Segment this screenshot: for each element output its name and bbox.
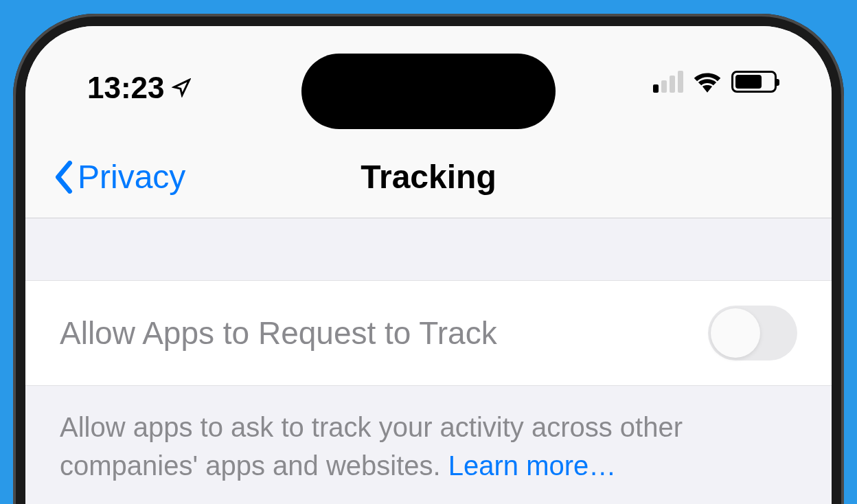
- dynamic-island: [301, 54, 556, 129]
- status-left: 13:23: [87, 71, 191, 105]
- chevron-left-icon: [53, 161, 75, 194]
- allow-tracking-toggle[interactable]: [708, 306, 797, 360]
- cellular-signal-icon: [653, 71, 683, 93]
- toggle-knob: [711, 308, 760, 358]
- allow-tracking-row: Allow Apps to Request to Track: [25, 280, 832, 386]
- footer-description: Allow apps to ask to track your activity…: [25, 386, 832, 504]
- status-right: [653, 71, 777, 93]
- nav-bar: Privacy Tracking: [25, 136, 832, 218]
- location-icon: [172, 78, 191, 98]
- page-title: Tracking: [361, 158, 496, 196]
- status-time: 13:23: [87, 71, 165, 105]
- section-spacer: [25, 218, 832, 280]
- learn-more-link[interactable]: Learn more…: [448, 450, 617, 481]
- phone-frame: 13:23: [13, 14, 844, 504]
- allow-tracking-label: Allow Apps to Request to Track: [60, 314, 497, 352]
- battery-icon: [731, 71, 777, 93]
- screen: 13:23: [25, 26, 832, 504]
- back-label: Privacy: [78, 158, 185, 196]
- back-button[interactable]: Privacy: [53, 158, 185, 196]
- wifi-icon: [693, 71, 722, 93]
